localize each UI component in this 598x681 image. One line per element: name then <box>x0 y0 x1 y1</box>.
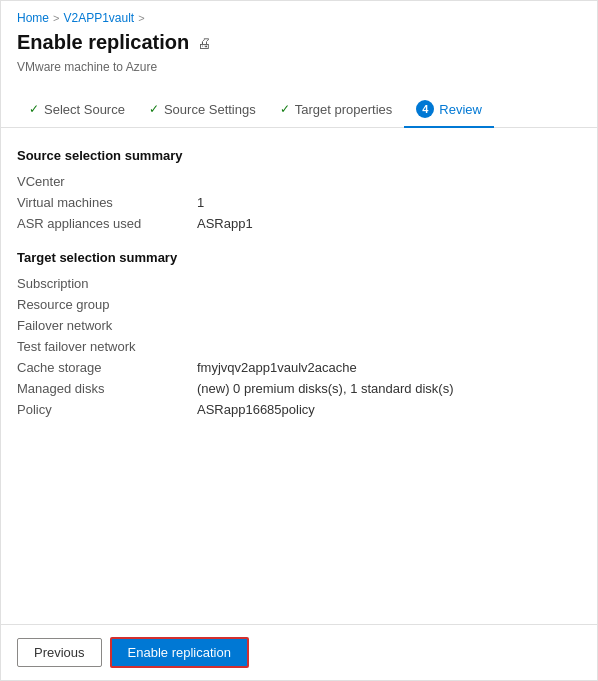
label-subscription: Subscription <box>17 276 197 291</box>
page-title: Enable replication <box>17 31 189 54</box>
tab-target-properties[interactable]: ✓ Target properties <box>268 94 405 127</box>
page-header: Enable replication 🖨 <box>1 29 597 60</box>
label-policy: Policy <box>17 402 197 417</box>
tab-label-review: Review <box>439 102 482 117</box>
previous-button[interactable]: Previous <box>17 638 102 667</box>
breadcrumb-sep1: > <box>53 12 59 24</box>
table-row: Resource group <box>17 294 581 315</box>
enable-replication-button[interactable]: Enable replication <box>110 637 249 668</box>
tab-select-source[interactable]: ✓ Select Source <box>17 94 137 127</box>
source-section-title: Source selection summary <box>17 148 581 163</box>
value-asr-appliances: ASRapp1 <box>197 216 253 231</box>
label-failover-network: Failover network <box>17 318 197 333</box>
table-row: Virtual machines 1 <box>17 192 581 213</box>
breadcrumb-home[interactable]: Home <box>17 11 49 25</box>
tab-check-select-source: ✓ <box>29 102 39 116</box>
page-subtitle: VMware machine to Azure <box>1 60 597 84</box>
label-managed-disks: Managed disks <box>17 381 197 396</box>
label-vcenter: VCenter <box>17 174 197 189</box>
tab-check-target-properties: ✓ <box>280 102 290 116</box>
tab-label-select-source: Select Source <box>44 102 125 117</box>
tab-label-source-settings: Source Settings <box>164 102 256 117</box>
value-policy: ASRapp16685policy <box>197 402 315 417</box>
value-managed-disks: (new) 0 premium disks(s), 1 standard dis… <box>197 381 453 396</box>
value-virtual-machines: 1 <box>197 195 204 210</box>
label-test-failover-network: Test failover network <box>17 339 197 354</box>
value-cache-storage: fmyjvqv2app1vaulv2acache <box>197 360 357 375</box>
label-resource-group: Resource group <box>17 297 197 312</box>
tab-check-source-settings: ✓ <box>149 102 159 116</box>
table-row: Failover network <box>17 315 581 336</box>
target-section-title: Target selection summary <box>17 250 581 265</box>
table-row: ASR appliances used ASRapp1 <box>17 213 581 234</box>
tab-num-review: 4 <box>416 100 434 118</box>
wizard-tabs: ✓ Select Source ✓ Source Settings ✓ Targ… <box>1 84 597 128</box>
table-row: Cache storage fmyjvqv2app1vaulv2acache <box>17 357 581 378</box>
table-row: Subscription <box>17 273 581 294</box>
tab-review[interactable]: 4 Review <box>404 92 494 128</box>
label-asr-appliances: ASR appliances used <box>17 216 197 231</box>
breadcrumb-sep2: > <box>138 12 144 24</box>
table-row: Test failover network <box>17 336 581 357</box>
label-virtual-machines: Virtual machines <box>17 195 197 210</box>
label-cache-storage: Cache storage <box>17 360 197 375</box>
target-summary-table: Subscription Resource group Failover net… <box>17 273 581 420</box>
print-icon[interactable]: 🖨 <box>197 35 211 51</box>
tab-label-target-properties: Target properties <box>295 102 393 117</box>
source-summary-table: VCenter Virtual machines 1 ASR appliance… <box>17 171 581 234</box>
table-row: Policy ASRapp16685policy <box>17 399 581 420</box>
table-row: Managed disks (new) 0 premium disks(s), … <box>17 378 581 399</box>
breadcrumb-vault[interactable]: V2APP1vault <box>63 11 134 25</box>
breadcrumb: Home > V2APP1vault > <box>1 1 597 29</box>
table-row: VCenter <box>17 171 581 192</box>
tab-source-settings[interactable]: ✓ Source Settings <box>137 94 268 127</box>
footer: Previous Enable replication <box>1 624 597 680</box>
content-area: Source selection summary VCenter Virtual… <box>1 128 597 624</box>
